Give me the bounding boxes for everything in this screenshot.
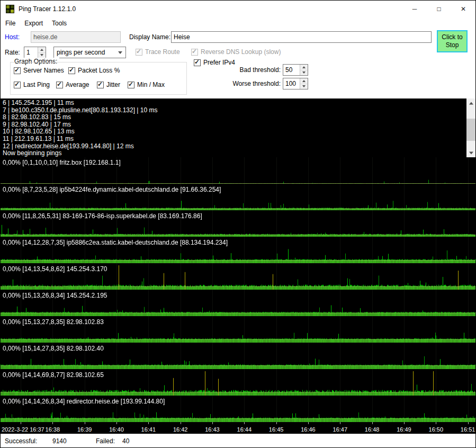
rate-unit-select[interactable]: pings per second [53, 47, 126, 58]
graph-label: 0,00% [15,14,27,8,35] 82.98.102.40 [3, 345, 104, 352]
time-label: 16:38 [46, 426, 60, 433]
checkbox-check-icon [194, 59, 201, 66]
time-tick-icon [276, 422, 277, 424]
menu-export[interactable]: Export [20, 18, 47, 29]
log-line: Now beginning pings [3, 150, 466, 157]
bad-threshold-up-icon[interactable] [300, 65, 308, 70]
log-line: 7 | be100.c350.f.de.plusline.net[80.81.1… [3, 107, 466, 114]
log-line: 9 | 82.98.102.40 | 17 ms [3, 121, 466, 129]
server-names-checkbox[interactable]: Server Names [14, 67, 64, 74]
worse-threshold-value: 100 [283, 78, 300, 89]
time-label: 16:50 [429, 426, 444, 433]
packet-loss-label: Packet Loss % [78, 67, 120, 74]
time-label: 16:42 [173, 426, 188, 433]
time-label: 16:46 [301, 426, 316, 433]
close-button[interactable]: ✕ [451, 1, 475, 17]
maximize-button[interactable]: □ [427, 1, 451, 17]
log-line: 6 | 145.254.2.195 | 11 ms [3, 100, 466, 107]
trace-route-checkbox[interactable]: Trace Route [136, 48, 180, 56]
checkbox-check-icon [56, 82, 63, 88]
time-tick-icon [436, 422, 436, 424]
successful-label: Successful: [5, 437, 37, 445]
rate-stepper[interactable]: 1 [24, 47, 46, 58]
bad-threshold-spin [300, 65, 308, 75]
graph-row: 0,00% [14,13,54,8,62] 145.254.3.170 [1, 263, 475, 290]
time-tick-icon [116, 422, 117, 424]
stop-button[interactable]: Click to Stop [437, 30, 468, 52]
bad-threshold-label: Bad threshold: [228, 66, 281, 74]
graph-row: 0,00% [0,1,10,0,10] fritz.box [192.168.1… [1, 157, 475, 184]
worse-threshold-spin [300, 78, 308, 89]
graph-row: 0,00% [15,13,26,8,34] 145.254.2.195 [1, 290, 475, 316]
successful-value: 9140 [52, 437, 67, 445]
log-line: 8 | 82.98.102.83 | 15 ms [3, 114, 466, 121]
graph-label: 0,00% [11,8,26,5,31] 83-169-176-86-isp.s… [3, 212, 202, 220]
display-name-label: Display Name: [129, 33, 170, 41]
checkbox-check-icon [128, 82, 134, 88]
checkbox-check-icon [14, 82, 21, 88]
graph-label: 0,00% [8,7,23,5,28] ip5b4224fe.dynamic.k… [3, 186, 221, 193]
failed-value: 40 [122, 437, 129, 445]
graph-label: 0,00% [14,13,54,8,62] 145.254.3.170 [3, 265, 107, 273]
scroll-thumb[interactable] [466, 119, 475, 141]
worse-threshold-down-icon[interactable] [300, 84, 308, 89]
app-icon [6, 5, 14, 13]
graph-label: 0,00% [15,13,26,8,34] 145.254.2.195 [3, 292, 107, 299]
average-label: Average [66, 81, 89, 88]
graph-label: 0,00% [0,1,10,0,10] fritz.box [192.168.1… [3, 159, 121, 166]
bad-threshold-down-icon[interactable] [300, 70, 308, 76]
time-tick-icon [181, 422, 181, 424]
rate-down-icon[interactable] [38, 53, 46, 58]
time-tick-icon [148, 422, 149, 424]
time-label: 16:41 [141, 426, 156, 433]
jitter-checkbox[interactable]: Jitter [97, 81, 120, 88]
host-label: Host: [5, 33, 20, 41]
jitter-label: Jitter [106, 81, 120, 88]
menu-tools[interactable]: Tools [48, 18, 71, 29]
time-label: 16:49 [397, 426, 411, 433]
log-scrollbar[interactable] [466, 98, 475, 157]
window-title: Ping Tracer 1.12.1.0 [19, 5, 76, 13]
log-lines: 6 | 145.254.2.195 | 11 ms7 | be100.c350.… [1, 98, 466, 157]
graph-row: 0,00% [11,8,26,5,31] 83-169-176-86-isp.s… [1, 210, 475, 237]
trace-route-label: Trace Route [145, 48, 180, 56]
bad-threshold-stepper[interactable]: 50 [283, 64, 308, 76]
min-max-label: Min / Max [137, 81, 165, 88]
time-tick-icon [52, 422, 53, 424]
worse-threshold-up-icon[interactable] [300, 78, 308, 84]
rate-unit-value: pings per second [57, 49, 105, 56]
time-tick-icon [340, 422, 340, 424]
packet-loss-checkbox[interactable]: Packet Loss % [68, 67, 120, 74]
minimize-button[interactable]: ─ [402, 1, 427, 17]
checkbox-check-icon [136, 49, 142, 56]
time-label: 16:47 [333, 426, 348, 433]
log-line: 12 | redirector.heise.de[193.99.144.80] … [3, 143, 466, 150]
server-names-label: Server Names [23, 67, 64, 74]
scroll-down-icon[interactable] [466, 148, 475, 157]
checkbox-check-icon [97, 82, 104, 88]
timeline: 2022-3-22 16:3716:3816:3916:4016:4116:42… [1, 422, 475, 434]
host-input[interactable] [31, 31, 121, 43]
average-checkbox[interactable]: Average [56, 81, 89, 88]
time-label: 16:51 [461, 426, 475, 433]
checkbox-check-icon [68, 67, 75, 74]
worse-threshold-stepper[interactable]: 100 [283, 78, 308, 89]
graph-row: 0,00% [8,7,23,5,28] ip5b4224fe.dynamic.k… [1, 184, 475, 210]
menu-file[interactable]: File [1, 18, 20, 29]
window-controls: ─ □ ✕ [402, 1, 475, 17]
app-window: Ping Tracer 1.12.1.0 ─ □ ✕ File Export T… [0, 0, 476, 448]
time-tick-icon [372, 422, 373, 424]
min-max-checkbox[interactable]: Min / Max [128, 81, 165, 88]
graph-row: 0,00% [14,14,69,8,77] 82.98.102.65 [1, 369, 475, 396]
menu-bar: File Export Tools [1, 17, 475, 29]
log-line: 10 | 82.98.102.65 | 13 ms [3, 128, 466, 136]
prefer-ipv4-checkbox[interactable]: Prefer IPv4 [194, 59, 235, 66]
rate-up-icon[interactable] [38, 47, 46, 53]
time-label: 16:39 [77, 426, 92, 433]
reverse-dns-checkbox[interactable]: Reverse DNS Lookup (slow) [191, 48, 281, 56]
graph-label: 0,00% [14,14,26,8,34] redirector.heise.d… [3, 398, 165, 405]
worse-threshold-label: Worse threshold: [228, 80, 281, 87]
last-ping-checkbox[interactable]: Last Ping [14, 81, 50, 88]
display-name-input[interactable] [171, 31, 432, 43]
scroll-up-icon[interactable] [466, 98, 475, 107]
